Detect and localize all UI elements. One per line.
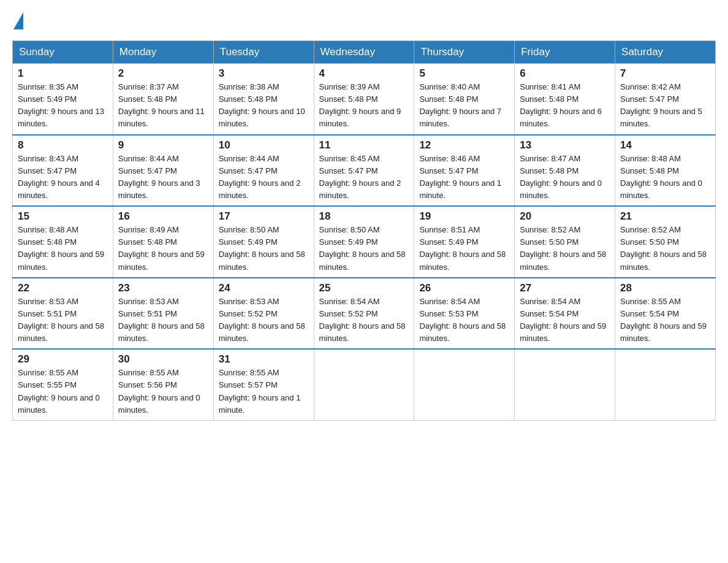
table-row: 13 Sunrise: 8:47 AMSunset: 5:48 PMDaylig…: [515, 135, 615, 207]
day-number: 24: [219, 282, 309, 294]
table-row: 6 Sunrise: 8:41 AMSunset: 5:48 PMDayligh…: [515, 64, 615, 135]
day-number: 26: [419, 282, 509, 294]
day-info: Sunrise: 8:40 AMSunset: 5:48 PMDaylight:…: [419, 81, 509, 131]
day-number: 6: [520, 67, 610, 80]
day-number: 9: [118, 139, 208, 151]
table-row: 12 Sunrise: 8:46 AMSunset: 5:47 PMDaylig…: [414, 135, 515, 207]
day-info: Sunrise: 8:49 AMSunset: 5:48 PMDaylight:…: [118, 224, 208, 274]
day-number: 28: [620, 282, 710, 294]
day-info: Sunrise: 8:45 AMSunset: 5:47 PMDaylight:…: [319, 153, 409, 202]
day-number: 14: [620, 139, 710, 151]
calendar-week-2: 8 Sunrise: 8:43 AMSunset: 5:47 PMDayligh…: [13, 135, 716, 207]
calendar-week-3: 15 Sunrise: 8:48 AMSunset: 5:48 PMDaylig…: [13, 206, 716, 278]
day-info: Sunrise: 8:46 AMSunset: 5:47 PMDaylight:…: [419, 153, 509, 202]
table-row: [515, 349, 615, 420]
header-tuesday: Tuesday: [213, 41, 314, 64]
day-number: 4: [319, 67, 409, 80]
logo: [12, 12, 25, 29]
day-info: Sunrise: 8:35 AMSunset: 5:49 PMDaylight:…: [18, 81, 108, 131]
day-number: 18: [319, 210, 409, 223]
day-number: 5: [419, 67, 509, 80]
day-number: 12: [419, 139, 509, 151]
day-info: Sunrise: 8:44 AMSunset: 5:47 PMDaylight:…: [118, 153, 208, 202]
table-row: [414, 349, 515, 420]
calendar-table: SundayMondayTuesdayWednesdayThursdayFrid…: [12, 40, 716, 421]
table-row: 22 Sunrise: 8:53 AMSunset: 5:51 PMDaylig…: [13, 278, 113, 350]
day-info: Sunrise: 8:37 AMSunset: 5:48 PMDaylight:…: [118, 81, 208, 131]
day-number: 16: [118, 210, 208, 223]
day-info: Sunrise: 8:53 AMSunset: 5:51 PMDaylight:…: [18, 296, 108, 345]
table-row: 4 Sunrise: 8:39 AMSunset: 5:48 PMDayligh…: [314, 64, 414, 135]
table-row: 14 Sunrise: 8:48 AMSunset: 5:48 PMDaylig…: [615, 135, 716, 207]
table-row: 2 Sunrise: 8:37 AMSunset: 5:48 PMDayligh…: [113, 64, 213, 135]
day-info: Sunrise: 8:55 AMSunset: 5:55 PMDaylight:…: [18, 367, 108, 416]
day-info: Sunrise: 8:51 AMSunset: 5:49 PMDaylight:…: [419, 224, 509, 274]
table-row: 25 Sunrise: 8:54 AMSunset: 5:52 PMDaylig…: [314, 278, 414, 350]
calendar-week-4: 22 Sunrise: 8:53 AMSunset: 5:51 PMDaylig…: [13, 278, 716, 350]
day-info: Sunrise: 8:52 AMSunset: 5:50 PMDaylight:…: [620, 224, 710, 274]
day-info: Sunrise: 8:47 AMSunset: 5:48 PMDaylight:…: [520, 153, 610, 202]
table-row: 23 Sunrise: 8:53 AMSunset: 5:51 PMDaylig…: [113, 278, 213, 350]
table-row: 1 Sunrise: 8:35 AMSunset: 5:49 PMDayligh…: [13, 64, 113, 135]
day-number: 15: [18, 210, 108, 223]
days-header-row: SundayMondayTuesdayWednesdayThursdayFrid…: [13, 41, 716, 64]
day-info: Sunrise: 8:50 AMSunset: 5:49 PMDaylight:…: [319, 224, 409, 274]
day-info: Sunrise: 8:43 AMSunset: 5:47 PMDaylight:…: [18, 153, 108, 202]
day-info: Sunrise: 8:48 AMSunset: 5:48 PMDaylight:…: [18, 224, 108, 274]
table-row: 26 Sunrise: 8:54 AMSunset: 5:53 PMDaylig…: [414, 278, 515, 350]
day-info: Sunrise: 8:54 AMSunset: 5:53 PMDaylight:…: [419, 296, 509, 345]
table-row: 27 Sunrise: 8:54 AMSunset: 5:54 PMDaylig…: [515, 278, 615, 350]
logo-triangle-icon: [13, 12, 23, 29]
day-number: 1: [18, 67, 108, 80]
day-number: 22: [18, 282, 108, 294]
day-info: Sunrise: 8:55 AMSunset: 5:54 PMDaylight:…: [620, 296, 710, 345]
day-info: Sunrise: 8:55 AMSunset: 5:57 PMDaylight:…: [219, 367, 309, 416]
day-number: 10: [219, 139, 309, 151]
table-row: 11 Sunrise: 8:45 AMSunset: 5:47 PMDaylig…: [314, 135, 414, 207]
header: [12, 12, 716, 29]
day-info: Sunrise: 8:41 AMSunset: 5:48 PMDaylight:…: [520, 81, 610, 131]
day-info: Sunrise: 8:53 AMSunset: 5:52 PMDaylight:…: [219, 296, 309, 345]
calendar-week-1: 1 Sunrise: 8:35 AMSunset: 5:49 PMDayligh…: [13, 64, 716, 135]
day-number: 21: [620, 210, 710, 223]
day-number: 30: [118, 353, 208, 366]
day-number: 31: [219, 353, 309, 366]
table-row: 21 Sunrise: 8:52 AMSunset: 5:50 PMDaylig…: [615, 206, 716, 278]
table-row: [314, 349, 414, 420]
header-friday: Friday: [515, 41, 615, 64]
day-number: 11: [319, 139, 409, 151]
table-row: 7 Sunrise: 8:42 AMSunset: 5:47 PMDayligh…: [615, 64, 716, 135]
day-number: 7: [620, 67, 710, 80]
table-row: 10 Sunrise: 8:44 AMSunset: 5:47 PMDaylig…: [213, 135, 314, 207]
table-row: 30 Sunrise: 8:55 AMSunset: 5:56 PMDaylig…: [113, 349, 213, 420]
day-info: Sunrise: 8:44 AMSunset: 5:47 PMDaylight:…: [219, 153, 309, 202]
day-info: Sunrise: 8:48 AMSunset: 5:48 PMDaylight:…: [620, 153, 710, 202]
table-row: 20 Sunrise: 8:52 AMSunset: 5:50 PMDaylig…: [515, 206, 615, 278]
header-monday: Monday: [113, 41, 213, 64]
day-number: 23: [118, 282, 208, 294]
table-row: 18 Sunrise: 8:50 AMSunset: 5:49 PMDaylig…: [314, 206, 414, 278]
table-row: 9 Sunrise: 8:44 AMSunset: 5:47 PMDayligh…: [113, 135, 213, 207]
day-info: Sunrise: 8:54 AMSunset: 5:54 PMDaylight:…: [520, 296, 610, 345]
day-number: 20: [520, 210, 610, 223]
table-row: 3 Sunrise: 8:38 AMSunset: 5:48 PMDayligh…: [213, 64, 314, 135]
header-saturday: Saturday: [615, 41, 716, 64]
day-info: Sunrise: 8:50 AMSunset: 5:49 PMDaylight:…: [219, 224, 309, 274]
day-number: 19: [419, 210, 509, 223]
day-number: 25: [319, 282, 409, 294]
day-number: 27: [520, 282, 610, 294]
table-row: 28 Sunrise: 8:55 AMSunset: 5:54 PMDaylig…: [615, 278, 716, 350]
table-row: 31 Sunrise: 8:55 AMSunset: 5:57 PMDaylig…: [213, 349, 314, 420]
day-info: Sunrise: 8:55 AMSunset: 5:56 PMDaylight:…: [118, 367, 208, 416]
day-info: Sunrise: 8:42 AMSunset: 5:47 PMDaylight:…: [620, 81, 710, 131]
day-number: 13: [520, 139, 610, 151]
table-row: 15 Sunrise: 8:48 AMSunset: 5:48 PMDaylig…: [13, 206, 113, 278]
table-row: 5 Sunrise: 8:40 AMSunset: 5:48 PMDayligh…: [414, 64, 515, 135]
day-info: Sunrise: 8:38 AMSunset: 5:48 PMDaylight:…: [219, 81, 309, 131]
day-number: 2: [118, 67, 208, 80]
calendar-week-5: 29 Sunrise: 8:55 AMSunset: 5:55 PMDaylig…: [13, 349, 716, 420]
header-sunday: Sunday: [13, 41, 113, 64]
day-info: Sunrise: 8:53 AMSunset: 5:51 PMDaylight:…: [118, 296, 208, 345]
table-row: 29 Sunrise: 8:55 AMSunset: 5:55 PMDaylig…: [13, 349, 113, 420]
header-wednesday: Wednesday: [314, 41, 414, 64]
